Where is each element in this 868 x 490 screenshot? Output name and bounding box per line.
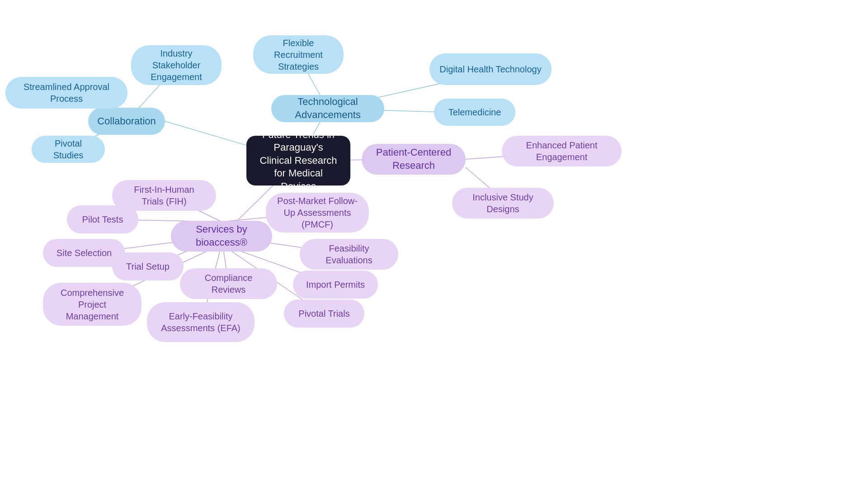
enhanced-patient-node: Enhanced Patient Engagement (502, 136, 622, 167)
feasibility-eval-node: Feasibility Evaluations (300, 239, 398, 270)
pivotal-studies-node: Pivotal Studies (32, 136, 105, 163)
digital-health-node: Digital Health Technology (429, 53, 552, 85)
streamlined-node: Streamlined Approval Process (5, 77, 127, 109)
center-node: Future Trends in Paraguay's Clinical Res… (246, 136, 350, 186)
import-permits-node: Import Permits (293, 271, 378, 299)
pivotal-trials-node: Pivotal Trials (284, 300, 364, 328)
telemedicine-node: Telemedicine (434, 99, 515, 126)
services-node: Services by bioaccess® (171, 221, 272, 252)
pilot-tests-node: Pilot Tests (67, 205, 138, 233)
patient-centered-node: Patient-Centered Research (362, 144, 466, 175)
trial-setup-node: Trial Setup (112, 252, 184, 281)
collaboration-node: Collaboration (88, 108, 165, 135)
inclusive-study-node: Inclusive Study Designs (452, 188, 554, 219)
comp-project-node: Comprehensive Project Management (43, 283, 142, 326)
post-market-node: Post-Market Follow-Up Assessments (PMCF) (266, 193, 369, 233)
industry-node: Industry Stakeholder Engagement (131, 45, 222, 85)
compliance-node: Compliance Reviews (180, 268, 277, 299)
tech-adv-node: Technological Advancements (271, 95, 384, 122)
flexible-rec-node: Flexible Recruitment Strategies (253, 35, 344, 74)
early-feasibility-node: Early-Feasibility Assessments (EFA) (147, 302, 255, 342)
